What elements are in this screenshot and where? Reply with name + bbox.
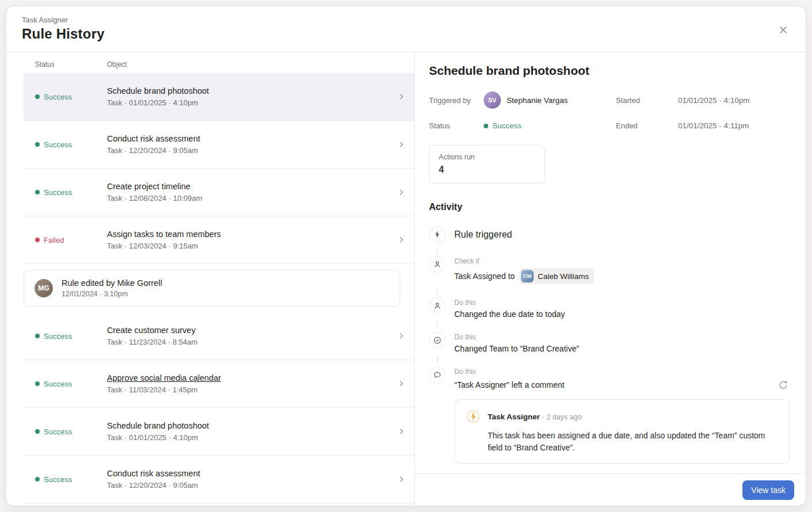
started-value: 01/01/2025 · 4:10pm xyxy=(678,96,790,105)
column-header-status: Status xyxy=(35,60,107,68)
timeline-connector xyxy=(437,322,438,329)
avatar: CW xyxy=(521,270,534,282)
triggered-by-value: SV Stephanie Vargas xyxy=(484,91,616,109)
table-row[interactable]: Success Schedule brand photoshootTask · … xyxy=(24,73,414,121)
status-badge: Success xyxy=(35,427,107,436)
status-dot-icon xyxy=(35,429,40,434)
view-task-button[interactable]: View task xyxy=(742,480,794,500)
assignee-name: Caleb Williams xyxy=(538,272,589,281)
assignee-chip: CW Caleb Williams xyxy=(519,268,594,284)
activity-item-due-date: Do this Changed the due date to today xyxy=(429,297,790,319)
status-badge: Failed xyxy=(35,236,107,244)
undo-icon[interactable] xyxy=(777,379,790,391)
started-label: Started xyxy=(616,96,678,105)
status-badge: Success xyxy=(35,380,107,388)
chevron-right-icon xyxy=(397,427,406,436)
run-history-list: Status Object Success Schedule brand pho… xyxy=(6,52,415,506)
table-row[interactable]: Success Approve social media calendarTas… xyxy=(24,360,414,408)
rule-edited-title: Rule edited by Mike Gorrell xyxy=(62,278,162,288)
actions-run-value: 4 xyxy=(439,165,535,175)
close-icon xyxy=(779,25,788,35)
row-meta: Task · 11/23/2024 · 8:54am xyxy=(107,338,397,346)
detail-fields: Triggered by SV Stephanie Vargas Started… xyxy=(429,91,790,130)
status-badge: Success xyxy=(35,332,107,341)
detail-title: Schedule brand photoshoot xyxy=(429,64,790,78)
comment-author: Task Assigner xyxy=(488,412,540,421)
chevron-right-icon xyxy=(397,140,406,149)
activity-text: Changed Team to “Brand Creative” xyxy=(454,344,790,353)
activity-timeline: Rule triggered Check if Task Assigned to xyxy=(429,226,790,464)
rule-edited-meta: 12/01/2024 · 3:10pm xyxy=(62,290,162,298)
status-dot-icon xyxy=(35,142,40,147)
activity-kicker: Do this xyxy=(454,298,790,307)
activity-item-comment: Do this “Task Assigner” left a comment xyxy=(429,366,790,391)
row-meta: Task · 12/20/2024 · 9:05am xyxy=(107,481,397,490)
close-button[interactable] xyxy=(775,21,792,39)
status-dot-icon xyxy=(35,238,40,242)
status-dot-icon xyxy=(484,124,488,128)
table-row[interactable]: Success Create project timelineTask · 12… xyxy=(24,169,414,216)
rule-history-modal: Task Assigner Rule History Status Object… xyxy=(6,6,806,506)
timeline-connector xyxy=(437,246,438,253)
status-badge: Success xyxy=(35,475,107,484)
chevron-right-icon xyxy=(397,188,406,197)
activity-kicker: Do this xyxy=(454,367,790,376)
activity-item-team-change: Do this Changed Team to “Brand Creative” xyxy=(429,332,790,353)
row-meta: Task · 12/20/2024 · 9:05am xyxy=(107,146,397,155)
chevron-right-icon xyxy=(397,331,406,341)
detail-footer: View task xyxy=(415,473,806,506)
row-meta: Task · 01/01/2025 · 4:10pm xyxy=(107,98,397,107)
timeline-connector xyxy=(437,356,438,364)
status-dot-icon xyxy=(35,477,40,482)
ended-label: Ended xyxy=(616,121,678,130)
activity-text: Rule triggered xyxy=(454,226,790,243)
status-dot-icon xyxy=(35,381,40,386)
activity-kicker: Check if xyxy=(454,257,790,265)
person-icon xyxy=(429,256,446,273)
table-row[interactable]: Success Conduct risk assessmentTask · 12… xyxy=(24,456,414,503)
rule-edited-row[interactable]: MG Rule edited by Mike Gorrell 12/01/202… xyxy=(24,270,400,307)
row-meta: Task · 12/03/2024 · 9:15am xyxy=(107,242,397,250)
activity-item-check-if: Check if Task Assigned to CW Caleb Willi… xyxy=(429,256,790,284)
comment-card: Task Assigner · 2 days ago This task has… xyxy=(454,399,790,464)
row-title: Schedule brand photoshoot xyxy=(107,86,397,95)
circle-chevron-icon xyxy=(429,332,446,349)
row-title: Schedule brand photoshoot xyxy=(107,421,397,430)
column-header-object: Object xyxy=(107,60,127,68)
table-row[interactable]: Success Conduct risk assessmentTask · 12… xyxy=(24,121,414,169)
chevron-right-icon xyxy=(397,92,406,101)
activity-text: Task Assigned to xyxy=(454,272,515,281)
table-row[interactable]: Success Schedule brand photoshootTask · … xyxy=(24,408,414,456)
status-dot-icon xyxy=(35,190,40,194)
status-badge: Success xyxy=(35,140,107,149)
page-title: Rule History xyxy=(22,26,806,42)
run-detail-panel: Schedule brand photoshoot Triggered by S… xyxy=(415,52,806,506)
chevron-right-icon xyxy=(397,235,406,244)
row-meta: Task · 01/01/2025 · 4:10pm xyxy=(107,433,397,442)
avatar: MG xyxy=(35,279,53,297)
row-title: Conduct risk assessment xyxy=(107,134,397,143)
row-meta: Task · 11/03/2024 · 1:45pm xyxy=(107,385,397,394)
avatar: SV xyxy=(484,91,501,109)
actions-run-card: Actions run 4 xyxy=(429,145,545,184)
modal-header: Task Assigner Rule History xyxy=(6,6,806,52)
lightning-icon xyxy=(429,226,446,243)
table-row[interactable]: Failed Assign tasks to team membersTask … xyxy=(24,216,414,264)
activity-heading: Activity xyxy=(429,202,790,212)
row-title: Approve social media calendar xyxy=(107,373,397,383)
person-icon xyxy=(429,297,446,314)
rule-bolt-icon xyxy=(465,408,481,425)
activity-text: Changed the due date to today xyxy=(454,310,790,319)
triggered-by-label: Triggered by xyxy=(429,96,484,105)
timeline-connector xyxy=(437,287,438,295)
row-title: Create customer survey xyxy=(107,326,397,335)
comment-timestamp: 2 days ago xyxy=(546,413,581,421)
activity-text: “Task Assigner” left a comment xyxy=(454,380,564,389)
activity-kicker: Do this xyxy=(454,333,790,341)
status-badge: Success xyxy=(35,93,107,101)
status-label: Status xyxy=(429,121,484,130)
row-title: Conduct risk assessment xyxy=(107,469,397,478)
status-value: Success xyxy=(484,121,616,130)
table-row[interactable]: Success Create customer surveyTask · 11/… xyxy=(24,312,414,360)
status-dot-icon xyxy=(35,94,40,99)
